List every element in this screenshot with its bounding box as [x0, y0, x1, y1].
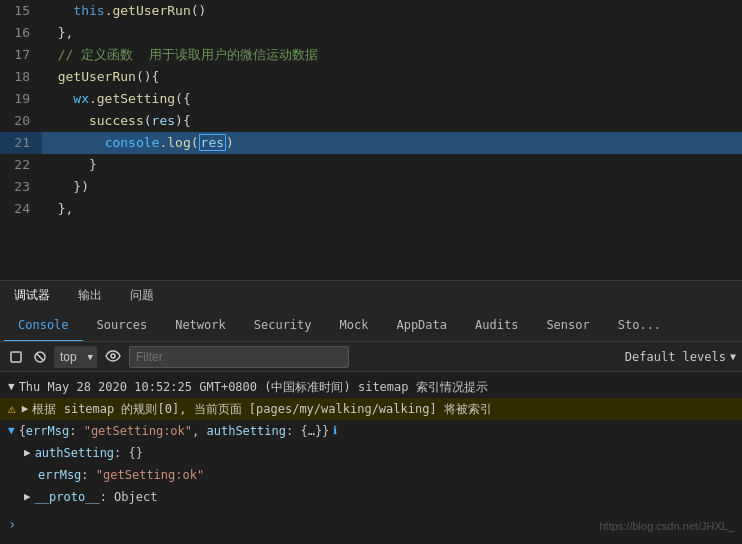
- code-line-16: 16 },: [0, 22, 742, 44]
- code-line-17: 17 // 定义函数 用于读取用户的微信运动数据: [0, 44, 742, 66]
- auth-setting-text: authSetting: {}: [35, 444, 143, 462]
- context-select[interactable]: top: [54, 346, 97, 368]
- object-row: ▼ {errMsg: "getSetting:ok", authSetting:…: [0, 420, 742, 442]
- code-line-21: 21 console.log(res): [0, 132, 742, 154]
- sitemap-header-row: ▼ Thu May 28 2020 10:52:25 GMT+0800 (中国标…: [0, 376, 742, 398]
- editor-tabs-bar: 调试器 输出 问题: [0, 280, 742, 310]
- code-line-23: 23 }): [0, 176, 742, 198]
- filter-input[interactable]: [129, 346, 349, 368]
- tab-sensor[interactable]: Sensor: [532, 310, 603, 342]
- tab-appdata[interactable]: AppData: [382, 310, 461, 342]
- err-msg-text: errMsg: "getSetting:ok": [38, 466, 204, 484]
- proto-row: ▶ __proto__: Object: [0, 486, 742, 508]
- tab-network[interactable]: Network: [161, 310, 240, 342]
- prompt-arrow-icon: ›: [8, 516, 16, 532]
- svg-rect-0: [11, 352, 21, 362]
- code-editor: 15 this.getUserRun() 16 }, 17 // 定义函数 用于…: [0, 0, 742, 280]
- info-icon[interactable]: ℹ: [333, 422, 337, 440]
- collapse-arrow-icon[interactable]: ▼: [8, 378, 15, 396]
- devtools-tabs-bar: Console Sources Network Security Mock Ap…: [0, 310, 742, 342]
- object-text: {errMsg: "getSetting:ok", authSetting: {…: [19, 422, 330, 440]
- context-select-wrapper: top ▼: [54, 346, 97, 368]
- default-levels-label: Default levels: [625, 350, 726, 364]
- code-line-24: 24 },: [0, 198, 742, 220]
- console-toolbar: top ▼ Default levels ▼: [0, 342, 742, 372]
- tab-security[interactable]: Security: [240, 310, 326, 342]
- tab-debugger[interactable]: 调试器: [8, 283, 56, 308]
- tab-problems[interactable]: 问题: [124, 283, 160, 308]
- tab-mock[interactable]: Mock: [326, 310, 383, 342]
- tab-output[interactable]: 输出: [72, 283, 108, 308]
- warning-text: 根据 sitemap 的规则[0], 当前页面 [pages/my/walkin…: [32, 400, 491, 418]
- warning-icon: ⚠: [8, 400, 16, 418]
- sitemap-header-text: Thu May 28 2020 10:52:25 GMT+0800 (中国标准时…: [19, 378, 488, 396]
- code-line-15: 15 this.getUserRun(): [0, 0, 742, 22]
- clear-console-button[interactable]: [30, 347, 50, 367]
- svg-line-2: [37, 353, 44, 360]
- err-msg-row: errMsg: "getSetting:ok": [0, 464, 742, 486]
- default-levels-button[interactable]: Default levels ▼: [625, 350, 736, 364]
- code-line-18: 18 getUserRun(){: [0, 66, 742, 88]
- console-output: ▼ Thu May 28 2020 10:52:25 GMT+0800 (中国标…: [0, 372, 742, 540]
- watermark: https://blog.csdn.net/JHXL_: [599, 520, 734, 532]
- tab-console[interactable]: Console: [4, 310, 83, 342]
- svg-point-3: [111, 354, 115, 358]
- collapse-object-icon[interactable]: ▼: [8, 422, 15, 440]
- tab-storage[interactable]: Sto...: [604, 310, 675, 342]
- code-line-22: 22 }: [0, 154, 742, 176]
- warning-row: ⚠ ▶ 根据 sitemap 的规则[0], 当前页面 [pages/my/wa…: [0, 398, 742, 420]
- code-line-20: 20 success(res){: [0, 110, 742, 132]
- proto-text: __proto__: Object: [35, 488, 158, 506]
- tab-sources[interactable]: Sources: [83, 310, 162, 342]
- default-levels-arrow-icon: ▼: [730, 351, 736, 362]
- tab-audits[interactable]: Audits: [461, 310, 532, 342]
- code-line-19: 19 wx.getSetting({: [0, 88, 742, 110]
- expand-warning-icon[interactable]: ▶: [22, 400, 29, 418]
- devtools-panel: Console Sources Network Security Mock Ap…: [0, 310, 742, 540]
- expand-auth-icon[interactable]: ▶: [24, 444, 31, 462]
- eye-icon[interactable]: [101, 349, 125, 365]
- auth-setting-row: ▶ authSetting: {}: [0, 442, 742, 464]
- stop-button[interactable]: [6, 347, 26, 367]
- expand-proto-icon[interactable]: ▶: [24, 488, 31, 506]
